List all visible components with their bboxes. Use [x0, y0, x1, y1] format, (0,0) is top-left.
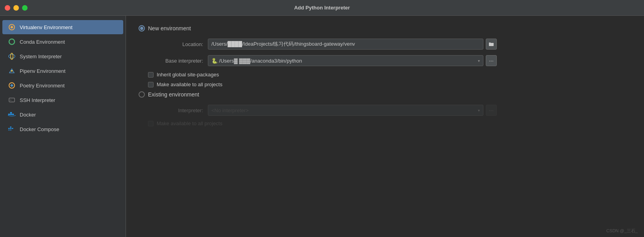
minimize-button[interactable]	[13, 5, 19, 11]
maximize-button[interactable]	[22, 5, 28, 11]
main-content: Virtualenv Environment Conda Environment…	[0, 16, 644, 237]
existing-env-checkboxes: Make available to all projects	[148, 120, 631, 126]
base-interpreter-label: Base interpreter:	[148, 58, 203, 64]
sidebar-item-conda[interactable]: Conda Environment	[2, 35, 123, 49]
base-interpreter-field: Base interpreter: 🐍 /Users▓ ▓▓▓/anaconda…	[148, 55, 631, 66]
inherit-checkbox[interactable]	[148, 72, 154, 78]
virtualenv-icon	[8, 23, 16, 31]
sidebar-item-pipenv-label: Pipenv Environment	[20, 68, 65, 74]
new-environment-radio[interactable]: New environment	[139, 25, 631, 31]
location-label: Location:	[148, 41, 203, 47]
base-interpreter-value-row: 🐍 /Users▓ ▓▓▓/anaconda3/bin/python ▾ ···	[208, 55, 631, 66]
svg-rect-16	[8, 130, 10, 131]
sidebar-item-docker[interactable]: Docker	[2, 107, 123, 122]
window-title: Add Python Interpreter	[294, 5, 350, 11]
inherit-label: Inherit global site-packages	[157, 72, 219, 78]
interpreter-field: Interpreter: <No interpreter> ▾ ···	[148, 105, 631, 116]
new-environment-radio-indicator	[139, 25, 145, 31]
svg-rect-14	[12, 128, 13, 129]
chevron-down-icon: ▾	[478, 59, 480, 63]
location-input[interactable]	[208, 39, 483, 50]
make-available-checkbox[interactable]	[148, 82, 154, 87]
sidebar-item-poetry[interactable]: Poetry Environment	[2, 78, 123, 93]
make-available-label: Make available to all projects	[157, 81, 222, 87]
existing-environment-section: Existing environment Interpreter: <No in…	[139, 91, 631, 126]
make-available-checkbox-row[interactable]: Make available to all projects	[148, 81, 631, 87]
docker-icon	[8, 111, 16, 119]
sidebar: Virtualenv Environment Conda Environment…	[0, 16, 126, 237]
svg-rect-9	[10, 114, 12, 115]
new-environment-label: New environment	[148, 25, 191, 31]
sidebar-item-ssh-label: SSH Interpreter	[20, 97, 55, 103]
system-icon	[8, 52, 16, 60]
chevron-down-icon-2: ▾	[478, 108, 480, 113]
svg-rect-12	[8, 128, 10, 129]
conda-icon	[8, 38, 16, 46]
window-controls[interactable]	[5, 5, 28, 11]
interpreter-more-button: ···	[486, 105, 497, 116]
location-field: Location:	[148, 39, 631, 50]
svg-point-2	[9, 54, 15, 58]
interpreter-dropdown-value: <No interpreter>	[211, 107, 249, 113]
svg-rect-15	[10, 127, 12, 128]
existing-make-available-checkbox-row: Make available to all projects	[148, 120, 631, 126]
existing-make-available-checkbox	[148, 121, 154, 126]
folder-icon	[489, 42, 494, 46]
sidebar-item-system[interactable]: System Interpreter	[2, 49, 123, 63]
location-value-row	[208, 39, 631, 50]
sidebar-item-docker-compose[interactable]: Docker Compose	[2, 122, 123, 136]
base-interpreter-dropdown[interactable]: 🐍 /Users▓ ▓▓▓/anaconda3/bin/python ▾	[208, 55, 483, 66]
svg-rect-8	[8, 114, 10, 115]
interpreter-value-row: <No interpreter> ▾ ···	[208, 105, 631, 116]
existing-environment-radio-indicator	[139, 91, 145, 98]
close-button[interactable]	[5, 5, 10, 11]
svg-point-1	[9, 39, 15, 44]
sidebar-item-conda-label: Conda Environment	[20, 39, 65, 45]
svg-point-4	[11, 70, 13, 72]
sidebar-item-poetry-label: Poetry Environment	[20, 83, 65, 89]
svg-rect-17	[10, 130, 12, 131]
svg-rect-18	[489, 43, 494, 46]
existing-environment-radio[interactable]: Existing environment	[139, 91, 631, 98]
sidebar-item-virtualenv-label: Virtualenv Environment	[20, 24, 72, 30]
existing-make-available-label: Make available to all projects	[157, 120, 222, 126]
inherit-checkbox-row[interactable]: Inherit global site-packages	[148, 72, 631, 78]
location-browse-button[interactable]	[486, 39, 497, 50]
title-bar: Add Python Interpreter	[0, 0, 644, 16]
interpreter-dropdown: <No interpreter> ▾	[208, 105, 483, 116]
svg-text:>_: >_	[10, 99, 13, 102]
sidebar-item-ssh[interactable]: >_ SSH Interpreter	[2, 93, 123, 107]
new-env-checkboxes: Inherit global site-packages Make availa…	[148, 72, 631, 87]
sidebar-item-docker-compose-label: Docker Compose	[20, 126, 59, 132]
poetry-icon	[8, 81, 16, 89]
base-interpreter-more-button[interactable]: ···	[486, 55, 497, 66]
sidebar-item-pipenv[interactable]: Pipenv Environment	[2, 64, 123, 78]
sidebar-item-virtualenv[interactable]: Virtualenv Environment	[2, 20, 123, 34]
watermark: CSDN @_三石_	[606, 228, 638, 234]
pipenv-icon	[8, 67, 16, 75]
existing-environment-label: Existing environment	[148, 91, 199, 98]
right-panel: New environment Location: Base interpret…	[126, 16, 644, 237]
base-interpreter-dropdown-value: 🐍 /Users▓ ▓▓▓/anaconda3/bin/python	[211, 58, 302, 64]
svg-rect-10	[12, 114, 14, 115]
sidebar-item-docker-label: Docker	[20, 112, 36, 118]
ssh-icon: >_	[8, 96, 16, 104]
sidebar-item-system-label: System Interpreter	[20, 54, 62, 59]
svg-rect-11	[10, 112, 12, 113]
interpreter-label: Interpreter:	[148, 107, 203, 113]
docker-compose-icon	[8, 125, 16, 133]
svg-rect-13	[10, 128, 12, 129]
